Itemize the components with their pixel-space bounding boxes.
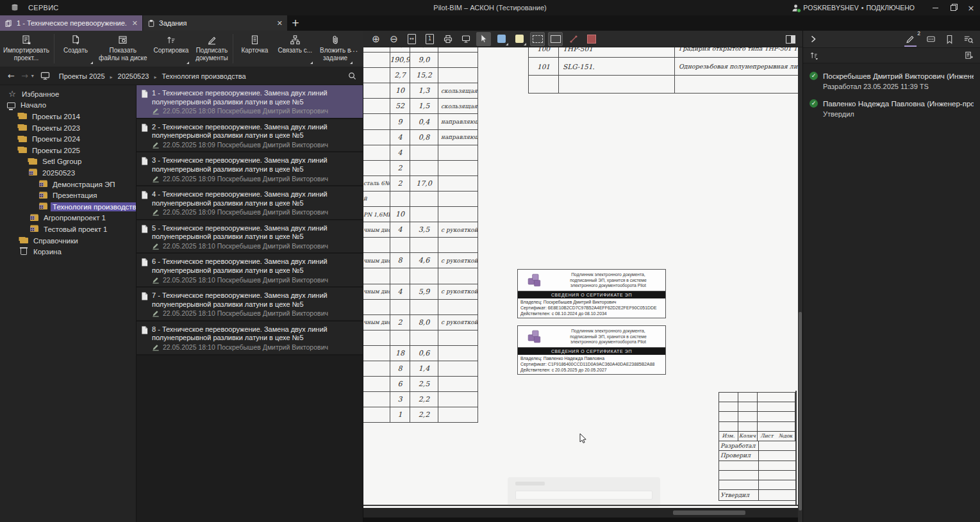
- tab-close-icon[interactable]: ✕: [277, 19, 283, 28]
- signature-item[interactable]: Поскребышев Дмитрий Викторович (Инженер-…: [803, 67, 980, 95]
- breadcrumb-item[interactable]: 20250523: [105, 72, 149, 80]
- zoom-out-icon[interactable]: [386, 32, 401, 46]
- sort-button[interactable]: Сортировка: [151, 31, 192, 67]
- title-block-label: Разработал: [719, 441, 759, 450]
- close-button[interactable]: ×: [962, 0, 980, 15]
- breadcrumb-item[interactable]: Проекты 2025: [59, 72, 105, 80]
- title-block-cell: [719, 412, 738, 421]
- list-item[interactable]: 6 - Техническое перевооружение. Замена д…: [137, 254, 363, 288]
- list-item[interactable]: 4 - Техническое перевооружение. Замена д…: [137, 186, 363, 220]
- signatures-count-badge: 2: [917, 30, 920, 37]
- table-row: й: [363, 192, 478, 207]
- highlight-yellow-tool[interactable]: [512, 32, 527, 46]
- restore-button[interactable]: [944, 0, 962, 15]
- create-button[interactable]: Создать: [56, 31, 96, 67]
- link-with-button[interactable]: Связать с...: [274, 31, 315, 67]
- document-versions-icon[interactable]: [964, 51, 974, 60]
- title-block-cell: №док: [776, 432, 795, 441]
- breadcrumb-item[interactable]: Технология производства: [149, 72, 245, 80]
- horizontal-scrollbar-thumb[interactable]: [673, 510, 745, 515]
- drawing-canvas[interactable]: 21,9 0,2 190,9 9,0 2,7 15,2 10 1,: [363, 47, 798, 508]
- tree-item[interactable]: Проекты 2014: [0, 111, 136, 122]
- measure-tool[interactable]: [566, 32, 581, 46]
- tree-item[interactable]: Начало: [0, 100, 136, 111]
- new-tab-button[interactable]: +: [287, 15, 304, 31]
- minimize-button[interactable]: [926, 0, 944, 15]
- history-caret-icon[interactable]: ▾: [31, 73, 34, 79]
- import-project-icon: [21, 35, 32, 45]
- print-icon[interactable]: [440, 32, 455, 46]
- title-block-row: Утвердил: [719, 490, 795, 500]
- panel-toggle-icon[interactable]: [783, 32, 798, 46]
- tree-item-label: Тестовый проект 1: [42, 225, 110, 234]
- stamp-tool[interactable]: [584, 32, 599, 46]
- title-block-row: [719, 461, 795, 471]
- vertical-scrollbar[interactable]: [798, 47, 802, 522]
- tree-item[interactable]: Демонстрация ЭП: [0, 179, 136, 190]
- list-item[interactable]: 7 - Техническое перевооружение. Замена д…: [137, 288, 363, 322]
- tree-item[interactable]: Презентация: [0, 190, 136, 201]
- card-button[interactable]: Карточка: [235, 31, 274, 67]
- tab-tasks[interactable]: Задания ✕: [143, 15, 287, 31]
- vertical-scrollbar-thumb[interactable]: [799, 312, 802, 510]
- presentation-icon[interactable]: [458, 32, 473, 46]
- toolbar-more-button[interactable]: ...: [350, 45, 358, 54]
- show-files-button[interactable]: Показать файлы на диске: [96, 31, 151, 67]
- list-item[interactable]: 2 - Техническое перевооружение. Замена д…: [137, 119, 363, 153]
- comment-area-tool[interactable]: [530, 32, 545, 46]
- highlight-blue-tool[interactable]: [494, 32, 509, 46]
- tree-item[interactable]: Справочники: [0, 235, 136, 247]
- sign-documents-button[interactable]: Подписать документы: [192, 31, 231, 67]
- tree-item-label: 20250523: [40, 168, 77, 177]
- tree-item[interactable]: Проекты 2024: [0, 133, 136, 145]
- user-chip[interactable]: POSKREBYSHEV • ПОДКЛЮЧЕНО: [791, 3, 915, 13]
- tab-close-icon[interactable]: ✕: [132, 19, 138, 28]
- clipboard-icon: [147, 19, 155, 28]
- tree-item[interactable]: Корзина: [0, 246, 136, 257]
- attach-to-task-button[interactable]: Вложить в задание: [315, 31, 355, 67]
- fading-search-overlay: [508, 477, 660, 507]
- comments-tab[interactable]: [926, 35, 936, 44]
- import-project-button[interactable]: Импортировать проект...: [0, 31, 53, 67]
- tree-item[interactable]: Проекты 2023: [0, 122, 136, 134]
- search-icon[interactable]: [347, 71, 357, 81]
- workspace-icon[interactable]: [40, 72, 50, 80]
- forward-icon[interactable]: →: [21, 71, 28, 81]
- paperclip-icon: [330, 35, 341, 45]
- horizontal-scrollbar[interactable]: [363, 508, 798, 518]
- title-block-rows: Разработал Проверил: [719, 441, 795, 500]
- fit-page-icon[interactable]: 1: [422, 32, 437, 46]
- bookmarks-tab[interactable]: [945, 35, 954, 44]
- tree-item[interactable]: 20250523: [0, 167, 136, 179]
- search-in-document-tab[interactable]: [963, 35, 974, 44]
- rectangle-tool[interactable]: [548, 32, 563, 46]
- tab-document[interactable]: 1 - Техническое перевооружение. Заме... …: [0, 15, 142, 31]
- document-meta: 22.05.2025 18:08 Поскребышев Дмитрий Вик…: [152, 107, 358, 115]
- menu-service[interactable]: СЕРВИС: [28, 4, 59, 12]
- select-cursor-tool[interactable]: [476, 32, 491, 46]
- list-item[interactable]: 3 - Техническое перевооружение. Замена д…: [137, 152, 363, 186]
- table-row: чным диском 2 8,0 с рукояткой: [363, 315, 478, 330]
- list-item[interactable]: 5 - Техническое перевооружение. Замена д…: [137, 220, 363, 254]
- tree-item[interactable]: Технология производства: [0, 201, 136, 213]
- tree-item[interactable]: Проекты 2025: [0, 145, 136, 156]
- title-block-cell: [738, 422, 758, 432]
- list-item[interactable]: 1 - Техническое перевооружение. Замена д…: [137, 85, 363, 119]
- collapse-chevron-icon[interactable]: [810, 35, 817, 44]
- tree-item[interactable]: Тестовый проект 1: [0, 224, 136, 235]
- button-label: Подписать документы: [195, 47, 228, 61]
- sort-signatures-icon[interactable]: [810, 51, 818, 60]
- tree-item[interactable]: Агропромпроект 1: [0, 213, 136, 224]
- back-icon[interactable]: ←: [8, 71, 15, 81]
- tree-item[interactable]: Избранное: [0, 88, 136, 100]
- signature-item[interactable]: Павленко Надежда Павловна (Инженер-проек…: [803, 95, 980, 122]
- fit-width-icon[interactable]: ↔: [404, 32, 419, 46]
- zoom-in-icon[interactable]: [369, 32, 383, 46]
- tree-item[interactable]: Setl Ggroup: [0, 156, 136, 168]
- tree-item-label: Начало: [19, 101, 48, 110]
- signatures-tab[interactable]: 2: [904, 31, 917, 47]
- table-row: [363, 300, 478, 315]
- list-item[interactable]: 8 - Техническое перевооружение. Замена д…: [137, 322, 363, 355]
- table-cell: [363, 161, 390, 175]
- table-cell: 2,5: [410, 377, 438, 391]
